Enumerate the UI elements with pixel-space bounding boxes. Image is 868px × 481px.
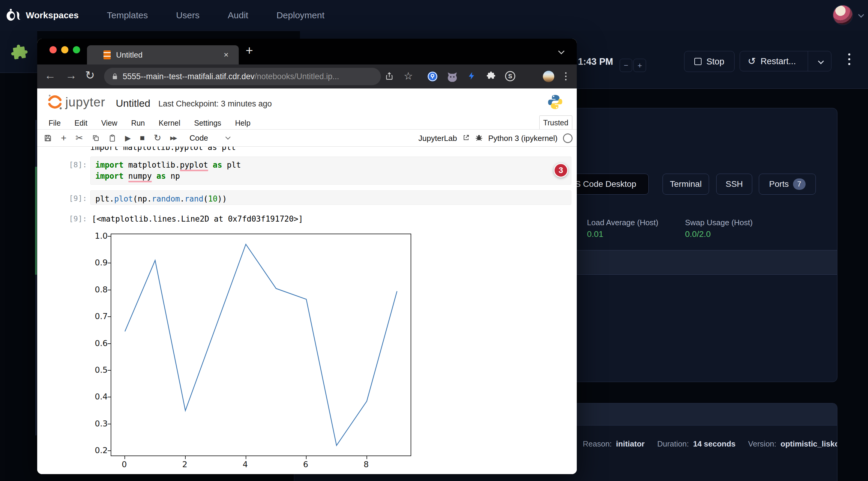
nav-item-deployment[interactable]: Deployment [277, 10, 324, 21]
coder-logo-icon[interactable] [5, 8, 21, 24]
restart-kernel-icon[interactable]: ↻ [154, 133, 161, 142]
kernel-status-icon [563, 133, 572, 143]
browser-menu-icon[interactable] [565, 72, 566, 81]
matplotlib-figure: 0.20.30.40.50.60.70.80.91.002468 [111, 234, 411, 456]
tab-list-chevron-icon[interactable] [559, 49, 564, 55]
menu-file[interactable]: File [49, 119, 61, 127]
close-window-button[interactable] [50, 46, 57, 53]
maximize-window-button[interactable] [73, 46, 80, 53]
browser-tab[interactable]: Untitled × [87, 45, 239, 64]
green-status-accent [35, 167, 37, 275]
y-tick-label: 0.4 [84, 392, 108, 401]
trusted-button[interactable]: Trusted [539, 116, 572, 130]
left-panel-sliver [0, 31, 37, 73]
share-icon[interactable] [385, 72, 394, 82]
ports-button[interactable]: Ports 7 [759, 173, 816, 195]
cell-9-editor[interactable]: plt.plot(np.random.rand(10)) [90, 190, 571, 205]
y-tick-label: 0.2 [84, 446, 108, 455]
bookmark-star-icon[interactable]: ☆ [404, 70, 413, 82]
cell-type-chevron-icon[interactable] [225, 135, 230, 140]
terminal-label: Terminal [670, 179, 702, 189]
nav-item-templates[interactable]: Templates [107, 10, 148, 21]
address-bar[interactable]: 5555--main--test--matifali.atif.cdr.dev … [104, 68, 381, 85]
jupyter-logo-icon [46, 93, 64, 112]
browser-profile-avatar[interactable] [543, 71, 554, 82]
notification-count-badge[interactable]: 3 [554, 163, 568, 178]
cell-8-editor[interactable]: import matplotlib.pyplot as plt import n… [90, 157, 571, 185]
menu-edit[interactable]: Edit [74, 119, 87, 127]
zoom-out-button[interactable]: − [620, 59, 632, 72]
paste-cells-icon[interactable] [108, 134, 116, 142]
extensions-puzzle-icon[interactable] [486, 71, 496, 83]
back-button[interactable]: ← [44, 69, 56, 82]
ports-count-badge: 7 [793, 179, 806, 190]
save-icon[interactable] [44, 134, 52, 142]
terminal-button[interactable]: Terminal [662, 173, 709, 195]
nav-item-users[interactable]: Users [176, 10, 199, 21]
jupyter-header: jupyter Untitled Last Checkpoint: 3 minu… [37, 89, 577, 117]
kernel-name[interactable]: Python 3 (ipykernel) [488, 134, 558, 143]
x-tick-label: 6 [297, 460, 315, 469]
nav-item-audit[interactable]: Audit [228, 10, 248, 21]
browser-window: Untitled × + ← → ↻ 5555--main--test--mat… [37, 39, 577, 474]
restart-label: Restart... [761, 56, 796, 66]
y-tick-label: 0.9 [84, 258, 108, 267]
cell-type-select[interactable]: Code [190, 134, 208, 142]
version-value: optimistic_liskov9 [780, 439, 837, 449]
stop-workspace-button[interactable]: Stop [684, 51, 735, 72]
url-host: 5555--main--test--matifali.atif.cdr.dev [123, 72, 255, 81]
menu-run[interactable]: Run [131, 119, 145, 127]
chart-plot [111, 234, 411, 456]
cell-9-prompt: [9]: [65, 194, 87, 203]
run-cell-icon[interactable]: ▶ [125, 134, 131, 142]
external-link-icon[interactable] [463, 134, 470, 142]
menu-kernel[interactable]: Kernel [159, 119, 180, 127]
line-series [125, 245, 397, 446]
swap-usage-value: 0.0/2.0 [685, 229, 711, 239]
restart-options-chevron-icon[interactable] [819, 56, 823, 65]
jupyter-toolbar: + ✂ ▶ ■ ↻ ▶▶ Code JupyterLab P [37, 129, 577, 147]
new-tab-button[interactable]: + [246, 43, 253, 58]
nav-item-workspaces[interactable]: Workspaces [26, 10, 79, 21]
lightning-extension-icon[interactable] [467, 70, 476, 83]
zoom-in-button[interactable]: + [633, 59, 646, 72]
tab-title: Untitled [116, 51, 143, 60]
forward-button[interactable]: → [65, 69, 77, 82]
checkpoint-status: Last Checkpoint: 3 minutes ago [158, 99, 272, 108]
url-path: /notebooks/Untitled.ip... [255, 72, 339, 81]
stylus-extension-icon[interactable]: S [505, 71, 515, 81]
workspace-more-menu[interactable] [848, 53, 850, 65]
output-9-prompt: [9]: [65, 215, 87, 223]
reason-value: initiator [616, 439, 645, 449]
cut-cells-icon[interactable]: ✂ [75, 133, 83, 142]
tab-close-icon[interactable]: × [224, 50, 228, 60]
duration-label: Duration: [657, 439, 689, 449]
reload-button[interactable]: ↻ [85, 69, 95, 82]
build-info-row: Reason: initiator Duration: 14 seconds V… [583, 439, 837, 449]
notebook-title[interactable]: Untitled [116, 97, 150, 109]
y-tick-label: 0.6 [84, 339, 108, 348]
open-jupyterlab-link[interactable]: JupyterLab [418, 134, 457, 143]
duration-value: 14 seconds [693, 439, 736, 449]
user-menu-chevron-icon[interactable] [859, 12, 863, 18]
ports-label: Ports [769, 179, 788, 189]
ssh-button[interactable]: SSH [716, 173, 752, 195]
onepassword-extension-icon[interactable] [427, 71, 438, 83]
add-cell-icon[interactable]: + [61, 133, 67, 143]
split-divider [808, 51, 808, 71]
debugger-bug-icon[interactable] [475, 134, 483, 143]
copy-cells-icon[interactable] [92, 134, 100, 142]
cat-extension-icon[interactable] [447, 71, 458, 83]
puzzle-extension-icon [9, 44, 29, 65]
interrupt-kernel-icon[interactable]: ■ [140, 134, 145, 142]
clipped-code-line: import matplotlib.pyplot as plt [90, 147, 450, 152]
load-average-label: Load Average (Host) [587, 218, 658, 227]
minimize-window-button[interactable] [61, 46, 68, 53]
restart-workspace-button[interactable]: ↺ Restart... [740, 51, 831, 71]
menu-help[interactable]: Help [235, 119, 250, 127]
restart-run-all-icon[interactable]: ▶▶ [170, 135, 176, 141]
menu-settings[interactable]: Settings [194, 119, 221, 127]
menu-view[interactable]: View [101, 119, 117, 127]
user-avatar[interactable] [833, 5, 852, 25]
ssh-label: SSH [725, 179, 743, 189]
